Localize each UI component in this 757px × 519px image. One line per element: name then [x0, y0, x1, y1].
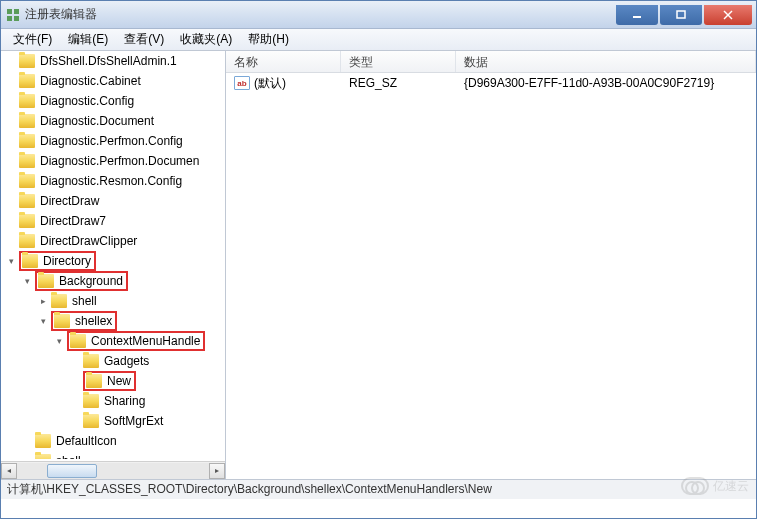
- close-button[interactable]: [704, 5, 752, 25]
- toggle-spacer: [5, 55, 17, 67]
- app-icon: [5, 7, 21, 23]
- column-header-type[interactable]: 类型: [341, 51, 456, 72]
- tree-item[interactable]: DfsShell.DfsShellAdmin.1: [1, 51, 225, 71]
- tree-item[interactable]: DirectDraw: [1, 191, 225, 211]
- toggle-spacer: [21, 435, 33, 447]
- tree-item-label: Diagnostic.Document: [38, 113, 156, 129]
- minimize-button[interactable]: [616, 5, 658, 25]
- folder-icon: [19, 134, 35, 148]
- expand-icon[interactable]: ▸: [21, 455, 33, 459]
- tree-item[interactable]: Gadgets: [1, 351, 225, 371]
- toggle-spacer: [5, 155, 17, 167]
- folder-icon: [19, 94, 35, 108]
- tree-item[interactable]: ▾Background: [1, 271, 225, 291]
- toggle-spacer: [69, 375, 81, 387]
- toggle-spacer: [5, 235, 17, 247]
- tree-item[interactable]: DirectDrawClipper: [1, 231, 225, 251]
- toggle-spacer: [69, 415, 81, 427]
- list-body: ab(默认)REG_SZ{D969A300-E7FF-11d0-A93B-00A…: [226, 73, 756, 93]
- tree-item-label: DirectDraw7: [38, 213, 108, 229]
- tree-item-label: Diagnostic.Cabinet: [38, 73, 143, 89]
- tree-item[interactable]: Diagnostic.Document: [1, 111, 225, 131]
- tree-item[interactable]: SoftMgrExt: [1, 411, 225, 431]
- tree-item-label: DirectDraw: [38, 193, 101, 209]
- tree-item[interactable]: ▸shell: [1, 451, 225, 459]
- folder-icon: [38, 274, 54, 288]
- tree-item[interactable]: Diagnostic.Config: [1, 91, 225, 111]
- folder-icon: [86, 374, 102, 388]
- tree-item-label: Sharing: [102, 393, 147, 409]
- tree-item[interactable]: ▾ContextMenuHandle: [1, 331, 225, 351]
- titlebar[interactable]: 注册表编辑器: [1, 1, 756, 29]
- menu-view[interactable]: 查看(V): [116, 29, 172, 50]
- toggle-spacer: [5, 95, 17, 107]
- svg-rect-3: [14, 16, 19, 21]
- menu-file[interactable]: 文件(F): [5, 29, 60, 50]
- column-header-data[interactable]: 数据: [456, 51, 756, 72]
- tree-item[interactable]: Diagnostic.Resmon.Config: [1, 171, 225, 191]
- window-title: 注册表编辑器: [25, 6, 616, 23]
- value-data: {D969A300-E7FF-11d0-A93B-00A0C90F2719}: [456, 74, 756, 92]
- collapse-icon[interactable]: ▾: [53, 335, 65, 347]
- collapse-icon[interactable]: ▾: [5, 255, 17, 267]
- folder-icon: [35, 434, 51, 448]
- folder-icon: [19, 54, 35, 68]
- expand-icon[interactable]: ▸: [37, 295, 49, 307]
- toggle-spacer: [5, 195, 17, 207]
- tree-scroll[interactable]: DfsShell.DfsShellAdmin.1Diagnostic.Cabin…: [1, 51, 225, 459]
- tree-item-label: Diagnostic.Perfmon.Documen: [38, 153, 201, 169]
- folder-icon: [83, 354, 99, 368]
- tree-item-label: Gadgets: [102, 353, 151, 369]
- folder-icon: [19, 74, 35, 88]
- menu-edit[interactable]: 编辑(E): [60, 29, 116, 50]
- column-header-name[interactable]: 名称: [226, 51, 341, 72]
- folder-icon: [19, 214, 35, 228]
- tree-item[interactable]: Diagnostic.Perfmon.Config: [1, 131, 225, 151]
- folder-icon: [19, 154, 35, 168]
- tree-item[interactable]: Diagnostic.Perfmon.Documen: [1, 151, 225, 171]
- tree-item[interactable]: Sharing: [1, 391, 225, 411]
- scroll-left-button[interactable]: ◂: [1, 463, 17, 479]
- tree-item[interactable]: ▾Directory: [1, 251, 225, 271]
- content-area: DfsShell.DfsShellAdmin.1Diagnostic.Cabin…: [1, 51, 756, 479]
- scroll-right-button[interactable]: ▸: [209, 463, 225, 479]
- toggle-spacer: [5, 175, 17, 187]
- tree-panel: DfsShell.DfsShellAdmin.1Diagnostic.Cabin…: [1, 51, 226, 479]
- menu-help[interactable]: 帮助(H): [240, 29, 297, 50]
- svg-rect-1: [14, 9, 19, 14]
- maximize-button[interactable]: [660, 5, 702, 25]
- tree-item-label: Diagnostic.Config: [38, 93, 136, 109]
- tree-item-label: Background: [57, 273, 125, 289]
- svg-rect-0: [7, 9, 12, 14]
- tree-item[interactable]: ▾shellex: [1, 311, 225, 331]
- statusbar: 计算机\HKEY_CLASSES_ROOT\Directory\Backgrou…: [1, 479, 756, 499]
- list-panel: 名称 类型 数据 ab(默认)REG_SZ{D969A300-E7FF-11d0…: [226, 51, 756, 479]
- folder-icon: [51, 294, 67, 308]
- svg-rect-5: [677, 11, 685, 18]
- horizontal-scrollbar[interactable]: ◂ ▸: [1, 461, 225, 479]
- value-name: (默认): [254, 75, 286, 92]
- tree-item-label: shell: [54, 453, 83, 459]
- tree-item-label: DfsShell.DfsShellAdmin.1: [38, 53, 179, 69]
- folder-icon: [35, 454, 51, 459]
- toggle-spacer: [5, 75, 17, 87]
- folder-icon: [19, 114, 35, 128]
- collapse-icon[interactable]: ▾: [37, 315, 49, 327]
- tree-item-label: ContextMenuHandle: [89, 333, 202, 349]
- collapse-icon[interactable]: ▾: [21, 275, 33, 287]
- svg-rect-2: [7, 16, 12, 21]
- tree-item[interactable]: ▸shell: [1, 291, 225, 311]
- list-row[interactable]: ab(默认)REG_SZ{D969A300-E7FF-11d0-A93B-00A…: [226, 73, 756, 93]
- toggle-spacer: [5, 135, 17, 147]
- tree-item-label: Diagnostic.Perfmon.Config: [38, 133, 185, 149]
- tree-item[interactable]: DirectDraw7: [1, 211, 225, 231]
- tree-item-label: DefaultIcon: [54, 433, 119, 449]
- tree-item[interactable]: New: [1, 371, 225, 391]
- scroll-track[interactable]: [17, 463, 209, 479]
- menubar: 文件(F) 编辑(E) 查看(V) 收藏夹(A) 帮助(H): [1, 29, 756, 51]
- scroll-thumb[interactable]: [47, 464, 97, 478]
- tree-item[interactable]: DefaultIcon: [1, 431, 225, 451]
- tree-item[interactable]: Diagnostic.Cabinet: [1, 71, 225, 91]
- tree-item-label: New: [105, 373, 133, 389]
- menu-favorites[interactable]: 收藏夹(A): [172, 29, 240, 50]
